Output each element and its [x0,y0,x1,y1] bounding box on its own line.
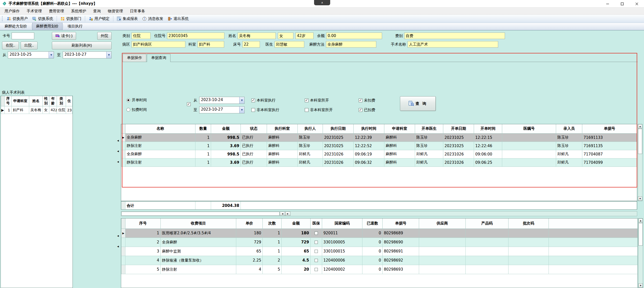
cell[interactable] [311,247,322,256]
bed-field[interactable]: 22 [242,41,260,48]
dropdown-arrow-icon[interactable]: ▼ [49,52,54,58]
other-dept-ordered-checkbox-item[interactable]: 非本科室所开 [305,107,333,112]
cell[interactable]: 09:06:19 [354,150,384,158]
other-dept-ordered-checkbox[interactable] [305,108,309,112]
cell[interactable]: 09:06:25 [474,158,502,167]
card-no-input[interactable] [12,33,34,39]
cell[interactable]: 静脉注射 [161,265,236,274]
scrollbar-thumb[interactable] [121,212,280,216]
column-header[interactable]: 类别 [57,96,66,106]
column-header[interactable]: 序号 [125,218,161,229]
refresh-list-button[interactable]: 刷新列表(R) [52,42,112,49]
cell[interactable]: 麻醉科 [267,158,298,167]
cell[interactable]: 998.5 [211,150,241,158]
gender-field[interactable]: 女 [278,33,293,39]
cell[interactable]: 1 [263,238,282,247]
table-row[interactable]: 静脉注射13.69已执行麻醉科邱鲜凡2023102609:06:32麻醉科邱鲜凡… [121,158,637,167]
cell[interactable]: 729 [282,238,311,247]
other-dept-execute-checkbox[interactable] [251,108,255,112]
medicare-checkbox[interactable] [315,241,318,244]
open-time-radio-item[interactable]: 开单时间 [126,98,147,103]
cell[interactable]: 12:22:46 [474,142,502,150]
cell[interactable]: 已执行 [241,150,267,158]
column-header[interactable]: 序号 [5,96,12,106]
cell[interactable]: 0 [362,238,383,247]
cell[interactable]: 陈玉珍 [556,133,582,142]
cell[interactable]: 65 [282,247,311,256]
date-range-checkbox-item[interactable] [187,102,191,107]
cell[interactable]: 5 [263,265,282,274]
column-header[interactable]: 单据号 [582,124,637,133]
dept-field[interactable]: 妇产科 [197,41,224,48]
name-field[interactable]: 吴冬梅 [238,33,276,39]
cell[interactable]: 邱鲜凡 [298,150,323,158]
cell[interactable]: 全身麻醉 [125,150,195,158]
menu-item-system-maintenance[interactable]: 系统维护 [67,8,90,15]
cell[interactable]: 陈玉珍 [415,133,443,142]
user-lock-button[interactable]: 用户锁定 [86,16,112,22]
cell[interactable] [419,265,466,274]
medicare-checkbox[interactable] [315,268,318,271]
main-table-vertical-scrollbar[interactable]: ▲ ▼ [638,124,642,201]
cell[interactable] [466,238,509,247]
column-header[interactable]: 执行科室 [267,124,298,133]
read-card-button[interactable]: 读卡(-) [52,32,76,40]
cell[interactable]: 已执行 [241,142,267,150]
cell[interactable]: 12:22:15 [474,133,502,142]
cell[interactable]: 麻醉科 [384,150,415,158]
cell[interactable]: 330100015 [322,247,362,256]
cell[interactable]: 女 [43,106,49,114]
cell[interactable]: 麻醉科 [384,142,415,150]
maximize-button[interactable] [615,0,629,8]
cell[interactable]: 3 [125,247,161,256]
cell[interactable]: 已执行 [241,158,267,167]
cell[interactable]: 已执行 [241,133,267,142]
column-header[interactable]: 单据号 [383,218,419,229]
close-button[interactable] [629,0,644,8]
cell[interactable]: 180 [236,229,263,238]
cell[interactable]: 20231025 [443,142,474,150]
cell[interactable]: 09:06:32 [354,158,384,167]
cell[interactable]: 陈玉珍 [298,133,323,142]
cell[interactable]: 20231026 [323,158,354,167]
scroll-up-icon[interactable]: ▲ [638,124,642,129]
cell[interactable]: 180 [282,229,311,238]
column-header[interactable]: 批次码 [509,218,549,229]
patient-date-from-combo[interactable]: 2023-10-25 ▼ [8,51,54,58]
open-time-radio[interactable] [126,98,130,102]
cell[interactable] [419,229,466,238]
cell[interactable]: 0 [362,265,383,274]
table-row[interactable]: ▶1医用喉罩2.0#/2.5#/3.5#/4180118092001108029… [121,229,638,238]
cell[interactable]: 邱鲜凡 [556,150,582,158]
not-deducted-checkbox-item[interactable]: 未扣费 [359,98,375,103]
tab-anesthesia-fee-pricing[interactable]: 麻醉费用划价 [32,23,62,30]
age-field[interactable]: 42岁 [295,33,314,39]
cell[interactable]: 330100005 [322,238,362,247]
anesthesia-method-field[interactable]: 全身麻醉 [326,41,376,48]
cell[interactable]: 20 [282,265,311,274]
cell[interactable]: 吴冬梅 [29,106,43,114]
column-header[interactable]: 开单医生 [415,124,443,133]
column-header[interactable]: 产品码 [466,218,509,229]
cell[interactable]: 920011 [322,229,362,238]
cell[interactable]: 71691135 [582,142,637,150]
table-row[interactable]: ▶1妇产科吴冬梅女42岁住院23 [1,106,73,114]
cell[interactable] [509,229,549,238]
table-row[interactable]: 4静脉输液（微量泵加收）2.2524.5120400006080298692 [121,256,638,265]
cell[interactable] [502,142,556,150]
cell[interactable]: 麻醉科 [384,133,415,142]
cell[interactable] [419,256,466,265]
cell[interactable]: 陈玉珍 [415,142,443,150]
cell[interactable]: 71691133 [582,133,637,142]
menu-item-surgery-management[interactable]: 手术管理 [23,8,45,15]
cell[interactable]: 20231025 [323,142,354,150]
cell[interactable]: 邱鲜凡 [556,158,582,167]
column-header[interactable]: 录入员 [556,124,582,133]
cell[interactable]: 20231026 [443,150,474,158]
column-header[interactable]: 开单时间 [474,124,502,133]
cell[interactable] [311,265,322,274]
cell[interactable]: 120400006 [322,256,362,265]
dropdown-arrow-icon[interactable]: ▼ [106,52,111,58]
cell[interactable]: 1 [195,150,211,158]
minimize-button[interactable] [600,0,615,8]
